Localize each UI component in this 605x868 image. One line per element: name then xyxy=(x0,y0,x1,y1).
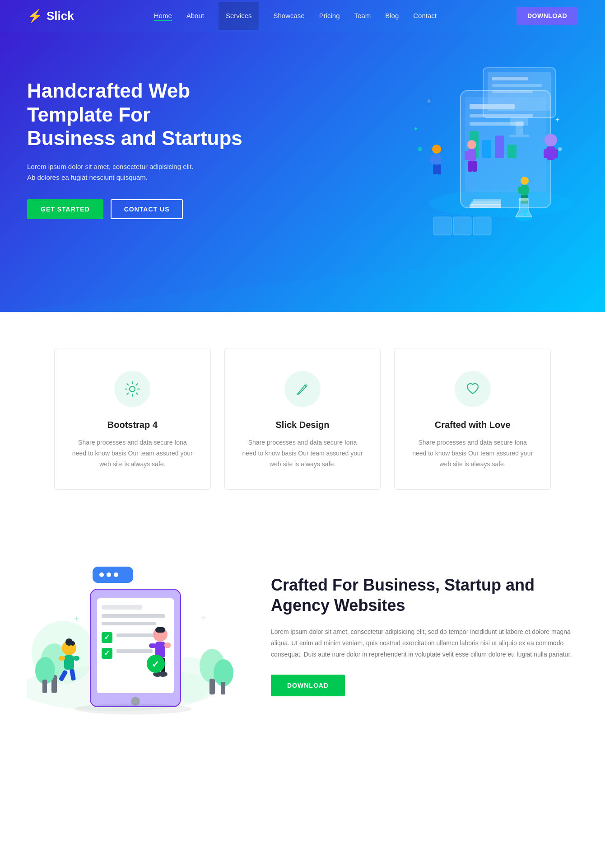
nav-item-home[interactable]: Home xyxy=(154,12,172,20)
svg-point-50 xyxy=(525,210,527,213)
svg-rect-96 xyxy=(149,643,156,648)
svg-rect-41 xyxy=(473,199,501,202)
svg-rect-97 xyxy=(164,643,171,648)
svg-rect-78 xyxy=(116,649,153,653)
svg-rect-53 xyxy=(433,217,451,235)
heart-icon xyxy=(465,381,481,397)
svg-rect-17 xyxy=(492,84,542,87)
hero-buttons: GET STARTED CONTACT US xyxy=(27,199,244,219)
feature-title-0: Bootstrap 4 xyxy=(71,420,194,430)
svg-rect-44 xyxy=(518,187,522,194)
svg-text:✓: ✓ xyxy=(152,659,159,669)
svg-point-26 xyxy=(558,147,562,151)
svg-rect-35 xyxy=(465,151,469,160)
svg-text:+: + xyxy=(427,97,432,106)
nav-download-button[interactable]: DOWNLOAD xyxy=(517,7,578,25)
svg-point-81 xyxy=(99,572,104,577)
feature-title-2: Crafted with Love xyxy=(411,420,534,430)
gear-icon xyxy=(124,381,140,397)
about-description: Lorem ipsum dolor sit amet, consectetur … xyxy=(271,626,578,661)
svg-rect-21 xyxy=(509,135,529,137)
nav-item-pricing[interactable]: Pricing xyxy=(319,12,340,20)
feature-card-0: Bootstrap 4 Share processes and data sec… xyxy=(54,348,211,490)
svg-rect-55 xyxy=(473,217,491,235)
svg-point-33 xyxy=(467,140,476,149)
svg-point-104 xyxy=(74,704,192,714)
features-section: Bootstrap 4 Share processes and data sec… xyxy=(0,312,605,526)
svg-text:+: + xyxy=(201,613,206,623)
svg-rect-12 xyxy=(544,149,549,158)
svg-rect-38 xyxy=(472,161,477,172)
feature-desc-0: Share processes and data secure Iona nee… xyxy=(71,437,194,469)
svg-rect-89 xyxy=(59,656,65,661)
feature-desc-2: Share processes and data secure Iona nee… xyxy=(411,437,534,469)
nav-item-contact[interactable]: Contact xyxy=(413,12,437,20)
contact-us-button[interactable]: CONTACT US xyxy=(111,199,183,219)
feature-icon-design xyxy=(284,371,321,407)
nav-item-about[interactable]: About xyxy=(186,12,204,20)
svg-rect-9 xyxy=(507,145,517,158)
svg-point-101 xyxy=(158,671,168,677)
svg-point-83 xyxy=(114,572,118,577)
feature-desc-1: Share processes and data secure Iona nee… xyxy=(241,437,364,469)
svg-rect-36 xyxy=(472,151,476,160)
svg-rect-18 xyxy=(492,90,533,93)
svg-point-42 xyxy=(521,177,529,185)
nav-item-services[interactable]: Services xyxy=(219,2,259,30)
svg-point-82 xyxy=(107,572,111,577)
svg-rect-75 xyxy=(116,633,157,637)
svg-rect-29 xyxy=(430,155,434,164)
svg-point-25 xyxy=(418,147,422,151)
svg-rect-7 xyxy=(482,140,491,158)
hero-svg: + ✦ + xyxy=(343,59,578,249)
svg-rect-49 xyxy=(519,198,528,201)
logo-icon: ⚡ xyxy=(27,9,43,23)
feature-title-1: Slick Design xyxy=(241,420,364,430)
get-started-button[interactable]: GET STARTED xyxy=(27,199,103,219)
hero-section: Handcrafted Web Template For Business an… xyxy=(0,32,605,312)
features-grid: Bootstrap 4 Share processes and data sec… xyxy=(54,348,551,490)
about-svg: ✓ ✓ xyxy=(27,553,235,716)
feature-card-2: Crafted with Love Share processes and da… xyxy=(394,348,551,490)
svg-rect-16 xyxy=(492,77,528,80)
svg-point-10 xyxy=(544,134,557,146)
nav-item-team[interactable]: Team xyxy=(354,12,371,20)
about-text: Crafted For Business, Startup and Agency… xyxy=(271,575,578,697)
svg-text:✓: ✓ xyxy=(104,649,110,657)
about-download-button[interactable]: DOWNLOAD xyxy=(271,675,345,696)
svg-point-87 xyxy=(70,641,75,646)
hero-title: Handcrafted Web Template For Business an… xyxy=(27,79,244,150)
svg-rect-37 xyxy=(468,161,472,172)
nav-item-showcase[interactable]: Showcase xyxy=(273,12,304,20)
nav-item-blog[interactable]: Blog xyxy=(385,12,399,20)
pen-icon xyxy=(294,381,311,397)
svg-rect-80 xyxy=(93,567,133,583)
svg-text:+: + xyxy=(555,116,559,123)
hero-text: Handcrafted Web Template For Business an… xyxy=(27,79,244,219)
svg-rect-71 xyxy=(102,614,165,618)
svg-rect-31 xyxy=(433,164,437,174)
svg-rect-13 xyxy=(553,149,558,158)
feature-icon-bootstrap xyxy=(114,371,150,407)
nav-links: Home About Services Showcase Pricing Tea… xyxy=(154,2,437,30)
navigation: ⚡ Slick Home About Services Showcase Pri… xyxy=(0,0,605,32)
feature-card-1: Slick Design Share processes and data se… xyxy=(224,348,381,490)
svg-rect-90 xyxy=(73,656,79,661)
about-title: Crafted For Business, Startup and Agency… xyxy=(271,575,578,615)
hero-illustration: + ✦ + xyxy=(343,59,578,239)
svg-point-52 xyxy=(524,214,526,216)
about-section: ✓ ✓ xyxy=(0,526,605,763)
svg-rect-63 xyxy=(42,680,47,693)
svg-rect-32 xyxy=(437,164,441,174)
about-illustration: ✓ ✓ xyxy=(27,553,244,718)
logo-text: Slick xyxy=(47,9,74,23)
svg-rect-20 xyxy=(516,121,523,135)
svg-rect-8 xyxy=(495,136,504,158)
logo[interactable]: ⚡ Slick xyxy=(27,9,74,23)
svg-text:✦: ✦ xyxy=(413,125,419,132)
feature-icon-love xyxy=(455,371,491,407)
svg-text:✓: ✓ xyxy=(104,633,110,641)
svg-rect-70 xyxy=(102,605,142,610)
svg-point-51 xyxy=(521,212,522,214)
svg-rect-65 xyxy=(209,679,215,694)
